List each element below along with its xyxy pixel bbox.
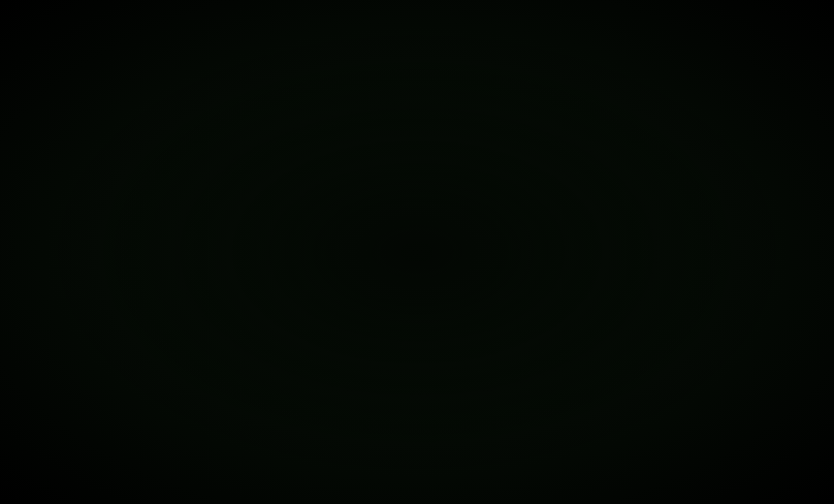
background-canvas [0,0,834,504]
vignette-overlay [0,0,834,504]
